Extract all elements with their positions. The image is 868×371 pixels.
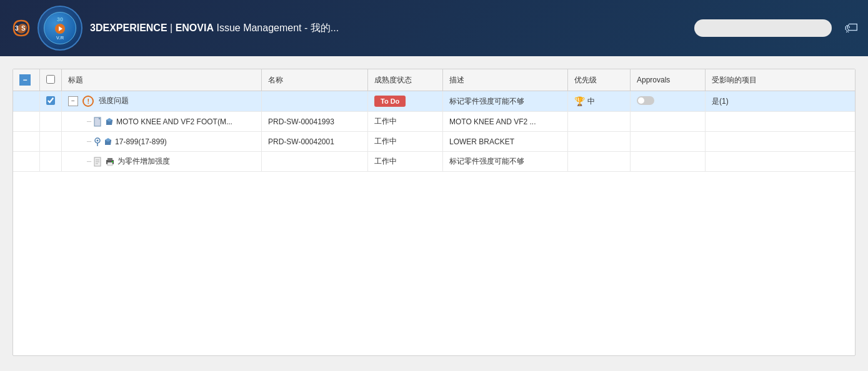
th-approvals: Approvals — [631, 69, 706, 91]
issue-table: − 标题 名称 成熟度状态 描述 优先级 Approvals 受影响的项目 — [13, 69, 855, 172]
main-row-desc-cell: 标记零件强度可能不够 — [443, 91, 568, 112]
child1-priority — [568, 112, 631, 132]
th-title: 标题 — [62, 69, 262, 91]
tag-icon[interactable]: 🏷 — [844, 20, 858, 36]
child1-approvals — [631, 112, 706, 132]
main-row-collapse-cell — [13, 91, 40, 112]
main-content-panel: − 标题 名称 成熟度状态 描述 优先级 Approvals 受影响的项目 — [12, 69, 856, 356]
separator: | — [167, 22, 176, 33]
part-cube-icon-2 — [104, 137, 112, 146]
main-row-desc: 标记零件强度可能不够 — [449, 97, 524, 106]
expand-minus-button[interactable]: − — [68, 96, 78, 106]
child3-affected — [706, 152, 856, 172]
main-row-name-cell — [262, 91, 368, 112]
child3-collapse — [13, 152, 40, 172]
main-issue-row: − ! 强度问题 To Do 标记零件强度可能不够 🏆 中 — [13, 91, 855, 112]
svg-point-19 — [112, 161, 113, 162]
svg-text:3: 3 — [15, 25, 19, 32]
child2-title-cell: ─ — [62, 132, 262, 152]
child1-connector: ─ — [87, 118, 91, 125]
search-input[interactable] — [694, 19, 832, 37]
file-icon — [94, 157, 102, 167]
main-row-approvals-cell — [631, 91, 706, 112]
child1-affected — [706, 112, 856, 132]
doc-icon — [94, 117, 102, 127]
child3-maturity: 工作中 — [368, 152, 443, 172]
child3-priority — [568, 152, 631, 172]
th-priority: 优先级 — [568, 69, 631, 91]
child3-title-cell: ─ — [62, 152, 262, 172]
child1-collapse — [13, 112, 40, 132]
priority-badge: 🏆 中 — [574, 96, 595, 107]
main-row-title: 强度问题 — [99, 96, 129, 105]
th-collapse: − — [13, 69, 40, 91]
child2-name: PRD-SW-00042001 — [262, 132, 368, 152]
svg-rect-17 — [107, 158, 112, 161]
app-title-area: 3DEXPERIENCE | ENOVIA Issue Management -… — [90, 22, 339, 35]
main-row-priority-cell: 🏆 中 — [568, 91, 631, 112]
collapse-all-button[interactable]: − — [19, 74, 31, 86]
child1-name: PRD-SW-00041993 — [262, 112, 368, 132]
app-experience-label: EXPERIENCE — [102, 22, 167, 33]
child3-desc: 标记零件强度可能不够 — [443, 152, 568, 172]
main-row-maturity-cell: To Do — [368, 91, 443, 112]
child3-select — [40, 152, 62, 172]
location-pin-icon — [94, 137, 101, 147]
svg-text:S: S — [21, 25, 26, 32]
child2-icons — [94, 137, 112, 147]
status-todo-badge: To Do — [374, 96, 406, 107]
table-header-row: − 标题 名称 成熟度状态 描述 优先级 Approvals 受影响的项目 — [13, 69, 855, 91]
child2-affected — [706, 132, 856, 152]
ds-logo-icon: 3 S — [10, 17, 32, 39]
child-row-1: ─ — [13, 112, 855, 132]
th-select — [40, 69, 62, 91]
topbar: 3 S 30 V.R 3DEXPERIENCE | ENOVIA Issue M… — [0, 0, 868, 56]
compass-play-icon — [55, 24, 65, 34]
child2-select — [40, 132, 62, 152]
main-row-affected-cell: 是(1) — [706, 91, 856, 112]
child3-name — [262, 152, 368, 172]
approvals-toggle[interactable] — [637, 96, 654, 105]
child2-connector: ─ — [87, 138, 91, 145]
main-row-checkbox[interactable] — [46, 96, 55, 105]
compass-30-label: 30 — [57, 16, 63, 22]
child-row-2: ─ — [13, 132, 855, 152]
svg-point-7 — [97, 139, 99, 141]
child2-maturity: 工作中 — [368, 132, 443, 152]
main-row-title-cell: − ! 强度问题 — [62, 91, 262, 112]
priority-cup-icon: 🏆 — [574, 96, 585, 106]
priority-text: 中 — [587, 96, 595, 107]
child2-desc: LOWER BRACKET — [443, 132, 568, 152]
th-name: 名称 — [262, 69, 368, 91]
child-row-3: ─ — [13, 152, 855, 172]
app-3dexperience-label: 3D — [90, 22, 102, 33]
compass-vr-label: V.R — [56, 35, 64, 41]
issue-icon: ! — [82, 96, 94, 107]
child2-priority — [568, 132, 631, 152]
app-full-title: 3DEXPERIENCE | ENOVIA Issue Management -… — [90, 22, 339, 33]
child1-desc: MOTO KNEE AND VF2 ... — [443, 112, 568, 132]
main-row-select-cell — [40, 91, 62, 112]
app-module-title: Issue Management - 我的... — [216, 22, 339, 33]
svg-marker-11 — [111, 140, 111, 145]
child1-title: MOTO KNEE AND VF2 FOOT(M... — [116, 117, 232, 126]
select-all-checkbox[interactable] — [46, 75, 55, 84]
enovia-label: ENOVIA — [176, 22, 214, 33]
logo-area: 3 S 30 V.R — [10, 6, 82, 51]
child3-icons — [94, 157, 115, 167]
child2-collapse — [13, 132, 40, 152]
svg-rect-18 — [107, 162, 112, 166]
child1-select — [40, 112, 62, 132]
printer-icon — [105, 157, 115, 166]
child3-title: 为零件增加强度 — [117, 156, 170, 167]
affected-value: 是(1) — [712, 97, 729, 106]
child2-approvals — [631, 132, 706, 152]
svg-marker-5 — [112, 120, 112, 125]
child2-title: 17-899(17-899) — [115, 137, 167, 146]
compass-button[interactable]: 30 V.R — [37, 6, 82, 51]
th-desc: 描述 — [443, 69, 568, 91]
th-affected: 受影响的项目 — [706, 69, 856, 91]
child3-approvals — [631, 152, 706, 172]
part-cube-icon — [105, 117, 114, 126]
th-maturity: 成熟度状态 — [368, 69, 443, 91]
